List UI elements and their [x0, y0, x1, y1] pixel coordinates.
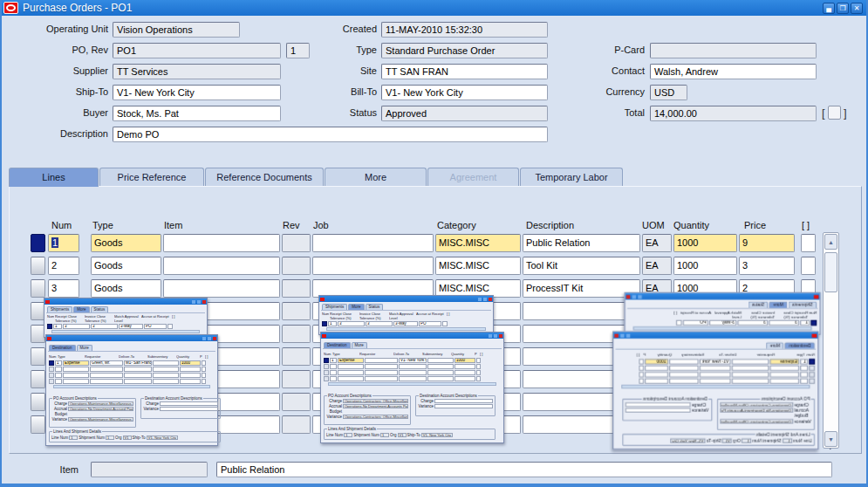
- job-cell[interactable]: [312, 257, 434, 275]
- type-cell[interactable]: Goods: [91, 279, 161, 298]
- mini-ship-checkbox[interactable]: [442, 321, 448, 326]
- mini-dist-deliver-to[interactable]: V1- New York Ci: [399, 358, 427, 363]
- currency-field[interactable]: USD: [650, 85, 687, 100]
- variance-field[interactable]: [625, 408, 691, 412]
- org-field[interactable]: V1: [398, 433, 407, 437]
- po-number-field[interactable]: PO1: [113, 43, 281, 58]
- accrual-field[interactable]: Operations-No Department-Accounts Paya: [720, 408, 793, 412]
- minimize-icon[interactable]: [489, 334, 492, 338]
- ship-to-field[interactable]: V1- New York City: [113, 85, 281, 100]
- mini-dist-num[interactable]: 1: [800, 359, 808, 364]
- mini-ship-checkbox[interactable]: [167, 324, 173, 329]
- mini-dist-requester[interactable]: Green, Mr.: [90, 360, 123, 366]
- mini-distributions-window[interactable]: Destination More Num Type Requester Deli…: [320, 332, 504, 443]
- mini-tab-status[interactable]: Status: [366, 304, 384, 310]
- scroll-up-icon[interactable]: ▲: [824, 234, 837, 250]
- tab-temporary-labor[interactable]: Temporary Labor: [520, 168, 623, 186]
- shipment-num-field[interactable]: 1: [106, 436, 114, 440]
- mini-dist-type[interactable]: Expense: [63, 360, 89, 366]
- mini-dist-subinventory[interactable]: [669, 359, 699, 364]
- num-cell[interactable]: 1: [48, 234, 79, 252]
- charge-field[interactable]: [625, 402, 691, 407]
- org-field[interactable]: V1: [722, 438, 732, 442]
- item-cell[interactable]: [163, 257, 280, 275]
- rev-cell[interactable]: [282, 234, 311, 252]
- charge-field[interactable]: Operations-Maintenance-Miscellaneous-Tr: [68, 401, 133, 406]
- budget-field[interactable]: [720, 414, 793, 418]
- item-description-field[interactable]: Public Relation: [216, 462, 832, 477]
- mini-tab-status[interactable]: Status: [748, 301, 769, 307]
- description-cell[interactable]: Public Relation: [523, 234, 640, 252]
- mini-dist-subinventory[interactable]: [427, 358, 454, 363]
- ship-to-field[interactable]: V1- New York City: [671, 438, 706, 442]
- mini-dist-p[interactable]: [639, 359, 644, 364]
- description-field[interactable]: Demo PO: [113, 127, 548, 142]
- mini-ship-receipt[interactable]: 3: [338, 321, 365, 326]
- ship-to-field[interactable]: V1- New York City: [421, 433, 453, 437]
- mini-shipments-window[interactable]: Shipments More Status Num Receipt Close …: [318, 295, 494, 335]
- minimize-icon[interactable]: ▄: [823, 3, 835, 14]
- mini-dist-deliver-to[interactable]: V1- New York Ci: [700, 359, 731, 364]
- mini-horizontal-scrollbar[interactable]: [53, 385, 210, 388]
- mini-ship-num[interactable]: 1: [53, 324, 62, 329]
- mini-dist-p[interactable]: [202, 360, 206, 366]
- mini-dist-quantity[interactable]: 1000: [455, 358, 475, 363]
- mini-shipments-titlebar[interactable]: [625, 293, 820, 299]
- budget-field[interactable]: [68, 412, 133, 416]
- restore-icon[interactable]: ❒: [837, 3, 849, 14]
- tab-price-reference[interactable]: Price Reference: [99, 168, 204, 186]
- tab-more[interactable]: More: [325, 168, 427, 186]
- scroll-down-icon[interactable]: ▼: [824, 431, 837, 447]
- category-cell[interactable]: MISC.MISC: [435, 257, 521, 275]
- row-selector[interactable]: [31, 234, 45, 252]
- mini-tab-more[interactable]: More: [766, 342, 783, 348]
- charge-field[interactable]: [434, 399, 493, 403]
- line-num-field[interactable]: 1: [69, 436, 78, 440]
- item-cell[interactable]: [163, 279, 280, 298]
- variance-field[interactable]: [434, 404, 493, 408]
- shipment-num-field[interactable]: 1: [380, 433, 389, 437]
- accrual-field[interactable]: Operations-No Department-Accounts Paya: [343, 404, 408, 408]
- maximize-icon[interactable]: [197, 300, 201, 304]
- shipment-num-field[interactable]: 1: [742, 438, 751, 442]
- empty-cell[interactable]: [282, 325, 311, 343]
- mini-ship-num[interactable]: 1: [800, 320, 810, 326]
- flexfield-cell[interactable]: [801, 257, 816, 275]
- close-icon[interactable]: [213, 337, 216, 340]
- mini-tab-destination[interactable]: Destination: [785, 342, 815, 348]
- description-cell[interactable]: Tool Kit: [523, 257, 640, 275]
- site-field[interactable]: TT SAN FRAN: [381, 64, 548, 79]
- charge-field[interactable]: Operations-Contractors: Office-Miscellan…: [720, 402, 793, 407]
- quantity-cell[interactable]: 1000: [673, 234, 737, 252]
- line-num-field[interactable]: 1: [783, 438, 792, 442]
- mini-ship-checkbox[interactable]: [676, 320, 682, 326]
- empty-cell[interactable]: [282, 393, 311, 411]
- mini-dist-subinventory[interactable]: [153, 360, 179, 366]
- close-icon[interactable]: [499, 334, 502, 338]
- mini-shipments-titlebar[interactable]: [319, 296, 493, 302]
- mini-row-selector[interactable]: [47, 324, 52, 329]
- row-selector[interactable]: [31, 279, 45, 298]
- mini-distributions-window[interactable]: Destination More Num Type Requester Deli…: [45, 334, 218, 446]
- tab-lines[interactable]: Lines: [9, 168, 99, 187]
- mini-ship-receipt[interactable]: 3: [63, 324, 90, 329]
- empty-cell[interactable]: [282, 347, 311, 366]
- maximize-icon[interactable]: [620, 333, 624, 337]
- mini-dist-type[interactable]: Expense: [770, 359, 800, 364]
- mini-ship-invoice[interactable]: 3: [91, 324, 118, 329]
- budget-field[interactable]: [343, 409, 408, 414]
- maximize-icon[interactable]: [208, 337, 211, 340]
- variance-field[interactable]: Operations-Maintenance-Miscellaneous-Tr: [68, 417, 133, 422]
- mini-ship-invoice[interactable]: 3: [366, 321, 393, 326]
- lines-vertical-scrollbar[interactable]: ▲ ▼: [823, 232, 839, 449]
- mini-ship-match[interactable]: 3-Way: [393, 321, 418, 326]
- rev-cell[interactable]: [282, 279, 311, 298]
- maximize-icon[interactable]: [632, 294, 636, 298]
- mini-dist-requester[interactable]: [732, 359, 769, 364]
- mini-tab-more[interactable]: More: [77, 345, 92, 351]
- quantity-cell[interactable]: 1000: [673, 257, 737, 275]
- mini-row-selector[interactable]: [809, 359, 815, 364]
- mini-tab-shipments[interactable]: Shipments: [789, 301, 817, 307]
- total-field[interactable]: 14,000.00: [650, 106, 817, 121]
- mini-tab-more[interactable]: More: [769, 301, 787, 307]
